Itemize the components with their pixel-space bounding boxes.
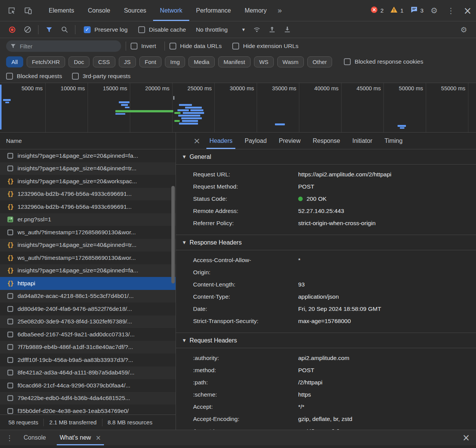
request-row[interactable]: dd80d49e-240f-4fa6-9476-a8522f76de18/... [0, 302, 176, 315]
section-header[interactable]: ▼Request Headers [176, 333, 476, 348]
import-har-icon[interactable] [280, 23, 295, 37]
panel-tab[interactable]: Performance [189, 0, 238, 21]
invert-checkbox[interactable]: Invert [131, 43, 156, 50]
third-party-requests-checkbox[interactable]: 3rd-party requests [72, 73, 131, 80]
more-panels-icon[interactable]: » [273, 0, 286, 21]
request-row[interactable]: {} httpapi [0, 277, 176, 290]
search-icon[interactable] [57, 23, 72, 37]
panel-tab[interactable]: Sources [117, 0, 153, 21]
filter-funnel-icon[interactable] [42, 23, 57, 37]
request-row[interactable]: 25e082d0-3de9-4763-8f4d-1302fef67389/... [0, 315, 176, 328]
request-name: insights/?page=1&page_size=20&workspac..… [18, 178, 173, 185]
timeline-activity-bar [400, 127, 404, 129]
network-conditions-icon[interactable] [249, 23, 265, 37]
type-filter-chip[interactable]: Wasm [277, 56, 304, 67]
request-row[interactable]: f35b0def-d20e-4e38-aee3-1eab534769e0/ [0, 405, 176, 414]
filter-input[interactable] [6, 40, 121, 52]
throttling-select[interactable]: No throttling ▼ [191, 26, 249, 33]
hide-extension-urls-checkbox[interactable]: Hide extension URLs [232, 43, 299, 50]
timeline-tick: 40000 ms [299, 83, 342, 132]
inspect-icon[interactable] [3, 0, 20, 21]
drawer-kebab-menu-icon[interactable]: ⋮ [2, 430, 17, 445]
checkbox-icon [84, 26, 91, 33]
detail-tab[interactable]: Headers [203, 133, 238, 149]
type-filter-chip[interactable]: Doc [69, 56, 89, 67]
request-row[interactable]: {} insights/?page=1&page_size=20&pinned=… [0, 264, 176, 277]
drawer-tab[interactable]: Console × [17, 430, 53, 445]
panel-tab[interactable]: Memory [238, 0, 273, 21]
close-icon[interactable]: × [96, 434, 101, 442]
close-drawer-icon[interactable]: × [458, 430, 474, 445]
preserve-log-checkbox[interactable]: Preserve log [84, 26, 128, 33]
section-header[interactable]: ▼Response Headers [176, 235, 476, 250]
export-har-icon[interactable] [265, 23, 280, 37]
header-name: :scheme: [193, 389, 298, 401]
drawer-tab[interactable]: What's new × [53, 430, 108, 445]
request-row[interactable]: insights/?page=1&page_size=40&pinned=tr.… [0, 162, 176, 175]
type-filter-chip[interactable]: All [6, 56, 23, 67]
request-row[interactable]: {} ws_auth/?timestamp=1726858690130&wor.… [0, 251, 176, 264]
header-name: Strict-Transport-Security: [193, 315, 298, 327]
name-column-label: Name [6, 138, 22, 144]
device-toolbar-icon[interactable] [20, 0, 37, 21]
record-icon[interactable] [5, 23, 20, 37]
divider [75, 25, 75, 34]
kebab-menu-icon[interactable]: ⋮ [442, 0, 459, 21]
summary-item: 2.1 MB transferred [43, 419, 102, 426]
close-devtools-icon[interactable]: × [459, 0, 476, 21]
timeline-activity-bar [119, 101, 129, 103]
warning-badge[interactable]: 1 [390, 6, 403, 15]
type-filter-chip[interactable]: Media [188, 56, 215, 67]
network-settings-gear-icon[interactable]: ⚙ [456, 23, 471, 37]
error-badge[interactable]: 2 [371, 6, 383, 15]
document-icon [7, 382, 14, 389]
name-column-header[interactable]: Name [0, 133, 176, 149]
summary-item: 8.8 MB resources [102, 419, 158, 426]
request-row[interactable]: da94a82e-acac-4218-88c1-55c3cf7d4b01/... [0, 290, 176, 303]
type-filter-chip[interactable]: WS [254, 56, 274, 67]
header-row: Accept-Encoding:gzip, deflate, br, zstd [193, 413, 476, 425]
request-row[interactable]: f0cacd68-21cf-44ca-9296-00379cb0faa4/... [0, 379, 176, 392]
type-filter-chip[interactable]: Other [307, 56, 332, 67]
type-filter-chip[interactable]: Manifest [218, 56, 251, 67]
request-row[interactable]: {} 1232960a-bd2b-4796-b56a-4933c696691..… [0, 200, 176, 213]
panel-tab[interactable]: Network [153, 0, 189, 21]
timeline-overview[interactable]: 5000 ms 10000 ms 15000 ms 20000 ms 25000… [0, 83, 476, 133]
type-filter-chip[interactable]: Fetch/XHR [27, 56, 65, 67]
detail-tab[interactable]: Payload [238, 133, 273, 149]
type-filter-chip[interactable]: JS [119, 56, 136, 67]
type-filter-chip[interactable]: Img [165, 56, 185, 67]
disable-cache-checkbox[interactable]: Disable cache [138, 26, 186, 33]
detail-tab[interactable]: Timing [379, 133, 409, 149]
type-filter-chip[interactable]: CSS [93, 56, 115, 67]
detail-tab[interactable]: Response [307, 133, 346, 149]
section-header[interactable]: ▼General [176, 149, 476, 165]
clear-icon[interactable] [20, 23, 35, 37]
request-row[interactable]: insights/?page=1&page_size=20&pinned=fa.… [0, 149, 176, 162]
request-row[interactable]: 79e422be-edb0-4df4-b36b-4da4c681525... [0, 392, 176, 405]
settings-gear-icon[interactable]: ⚙ [426, 0, 442, 21]
disclosure-triangle-icon: ▼ [183, 338, 186, 342]
request-row[interactable]: ws_auth/?timestamp=1726858690130&wor... [0, 226, 176, 239]
checkbox-label: Hide extension URLs [243, 43, 299, 50]
request-row[interactable]: 8fe421a2-ad3a-464d-a111-89b7a5dab459/... [0, 366, 176, 379]
close-details-icon[interactable]: × [190, 133, 203, 149]
request-row[interactable]: er.png?ssl=1 [0, 213, 176, 226]
request-row[interactable]: {} insights/?page=1&page_size=20&workspa… [0, 175, 176, 188]
messages-badge[interactable]: 3 [411, 6, 423, 15]
request-row[interactable]: {} 1232960a-bd2b-4796-b56a-4933c696691..… [0, 188, 176, 201]
panel-tab[interactable]: Elements [42, 0, 81, 21]
request-row[interactable]: 7f7b9889-eb4b-486f-a1df-31c8e40ac7df/?..… [0, 341, 176, 354]
hide-data-urls-checkbox[interactable]: Hide data URLs [169, 43, 222, 50]
request-row[interactable]: {} insights/?page=1&page_size=40&pinned=… [0, 239, 176, 252]
panel-tab[interactable]: Console [81, 0, 117, 21]
blocked-requests-checkbox[interactable]: Blocked requests [6, 73, 62, 80]
detail-tab[interactable]: Initiator [346, 133, 378, 149]
scrollbar-thumb[interactable] [171, 186, 175, 283]
request-row[interactable]: 6dba5eed-2167-452f-9a21-add0dcc07313/... [0, 328, 176, 341]
blocked-response-cookies-checkbox[interactable]: Blocked response cookies [344, 58, 423, 65]
request-row[interactable]: 2dfff10f-19cb-456a-b9a5-aa83b33937d3/?..… [0, 354, 176, 366]
type-filter-chip[interactable]: Font [139, 56, 161, 67]
checkbox-label: Blocked requests [17, 73, 62, 80]
detail-tab[interactable]: Preview [273, 133, 307, 149]
